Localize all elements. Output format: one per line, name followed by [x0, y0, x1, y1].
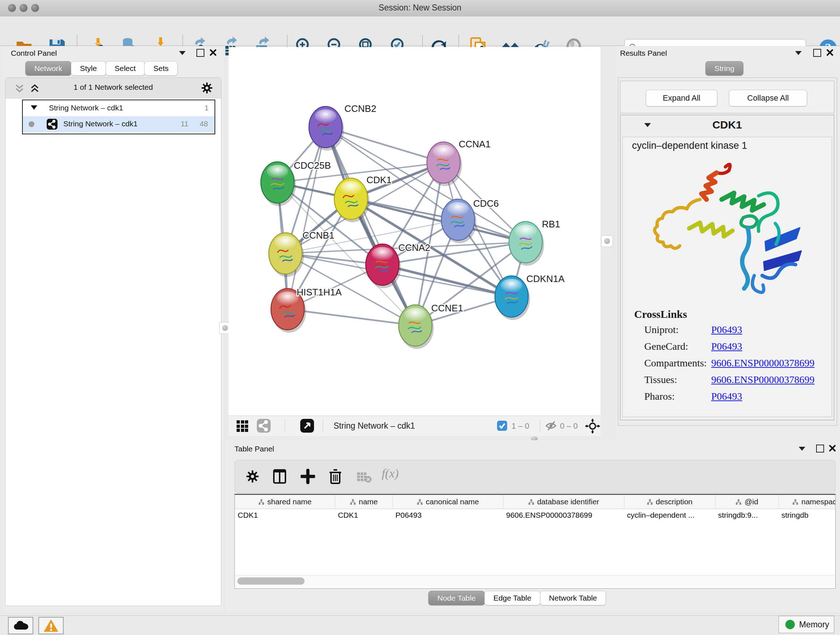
gear-icon[interactable]	[246, 470, 259, 483]
column-header-label: description	[656, 497, 693, 506]
network-edge-count: 48	[200, 119, 208, 128]
network-node-cdc25b[interactable]: CDC25B	[261, 160, 331, 206]
tab-string[interactable]: String	[706, 61, 744, 76]
show-columns-icon[interactable]	[272, 469, 287, 484]
collection-expand-icon[interactable]	[31, 105, 37, 110]
share-view-icon[interactable]	[257, 419, 271, 432]
network-node-ccnb1[interactable]: CCNB1	[269, 230, 334, 277]
column-type-icon	[258, 499, 264, 505]
network-canvas[interactable]: CCNB2CCNA1CDC25BCDK1CDC6RB1CCNB1CCNA2CDK…	[229, 47, 600, 416]
delete-table-icon[interactable]	[356, 471, 372, 483]
column-type-icon	[792, 499, 798, 505]
column-type-icon	[647, 499, 653, 505]
panel-float-icon[interactable]	[816, 445, 824, 453]
tab-edge-table[interactable]: Edge Table	[485, 591, 540, 605]
column-header-label: namespace	[801, 497, 836, 506]
panel-menu-caret-icon[interactable]	[179, 51, 186, 55]
tab-select[interactable]: Select	[106, 61, 145, 76]
right-splitter-handle[interactable]	[601, 235, 613, 247]
table-cell: P06493	[393, 511, 503, 523]
network-node-count: 11	[180, 119, 188, 128]
panel-menu-caret-icon[interactable]	[799, 447, 805, 451]
function-builder-icon[interactable]: f(x)	[382, 467, 399, 480]
column-header-description[interactable]: description	[624, 495, 715, 509]
main-toolbar: ?	[0, 16, 840, 46]
tab-sets[interactable]: Sets	[144, 61, 178, 76]
column-header-canonical-name[interactable]: canonical name	[393, 495, 504, 509]
network-node-ccna2[interactable]: CCNA2	[366, 242, 430, 288]
tab-style[interactable]: Style	[71, 61, 106, 76]
network-edge[interactable]	[287, 309, 415, 325]
tab-network[interactable]: Network	[25, 61, 71, 76]
node-label: CCNE1	[431, 302, 463, 314]
column-header-name[interactable]: name	[335, 495, 393, 509]
network-node-ccna1[interactable]: CCNA1	[427, 139, 491, 186]
tab-node-table[interactable]: Node Table	[428, 591, 485, 605]
column-header-label: shared name	[267, 497, 312, 506]
grid-view-icon[interactable]	[237, 420, 248, 432]
protein-description: cyclin–dependent kinase 1	[632, 140, 747, 151]
column-header-database-identifier[interactable]: database identifier	[503, 495, 624, 509]
crosslink-label: Pharos:	[644, 391, 675, 402]
panel-float-icon[interactable]	[813, 49, 821, 57]
table-panel-title: Table Panel	[234, 445, 274, 453]
tab-network-table[interactable]: Network Table	[540, 591, 606, 605]
panel-menu-caret-icon[interactable]	[795, 51, 802, 55]
table-panel: Table Panel f(x) shared namena	[225, 440, 840, 613]
hidden-eye-icon[interactable]	[545, 420, 557, 431]
panel-close-icon[interactable]	[209, 49, 217, 57]
protein-structure-image	[635, 156, 819, 301]
network-list: String Network – cdk1 1 String Network –…	[22, 100, 215, 134]
column-header-shared-name[interactable]: shared name	[235, 495, 335, 509]
node-label: CCNA2	[398, 242, 430, 253]
table-cell: stringdb:9...	[715, 511, 778, 523]
node-label: CDK1	[366, 174, 392, 185]
panel-close-icon[interactable]	[826, 49, 834, 57]
network-node-ccne1[interactable]: CCNE1	[399, 302, 463, 349]
column-type-icon	[417, 499, 423, 505]
expand-all-button[interactable]: Expand All	[646, 90, 717, 106]
network-collection-row[interactable]: String Network – cdk1 1	[23, 100, 215, 116]
crosslink-label: Uniprot:	[644, 324, 679, 336]
warning-status-button[interactable]	[38, 617, 64, 634]
network-list-toolbar: 1 of 1 Network selected	[5, 78, 221, 98]
crosslink-link[interactable]: P06493	[711, 324, 742, 336]
crosslink-link[interactable]: 9606.ENSP00000378699	[711, 374, 814, 386]
crosslink-link[interactable]: P06493	[711, 340, 742, 352]
network-node-cdkn1a[interactable]: CDKN1A	[495, 273, 565, 320]
network-edge[interactable]	[287, 127, 325, 309]
memory-status-dot	[785, 620, 795, 629]
scrollbar-thumb[interactable]	[237, 578, 305, 585]
memory-label: Memory	[799, 620, 829, 630]
cloud-status-button[interactable]	[8, 617, 33, 634]
fit-selected-crosshair-icon[interactable]	[585, 418, 600, 434]
panel-float-icon[interactable]	[196, 49, 204, 57]
crosslink-link[interactable]: P06493	[711, 391, 742, 402]
panel-close-icon[interactable]	[829, 444, 836, 452]
node-label: CCNB1	[302, 230, 334, 241]
table-cell: 9606.ENSP00000378699	[503, 511, 624, 523]
network-node-cdc6[interactable]: CDC6	[441, 198, 499, 243]
selected-checkbox-icon[interactable]	[497, 421, 507, 431]
network-row-selected[interactable]: String Network – cdk1 11 48	[23, 116, 215, 132]
create-column-plus-icon[interactable]	[301, 469, 315, 484]
network-node-rb1[interactable]: RB1	[509, 219, 561, 266]
column-header-namespace[interactable]: namespace	[778, 495, 836, 509]
crosslink-link[interactable]: 9606.ENSP00000378699	[711, 357, 814, 369]
collapse-all-button[interactable]: Collapse All	[729, 90, 807, 106]
network-node-hist1h1a[interactable]: HIST1H1A	[271, 287, 342, 333]
node-table[interactable]: shared namenamecanonical namedatabase id…	[234, 494, 836, 589]
memory-button[interactable]: Memory	[778, 616, 834, 633]
delete-column-trash-icon[interactable]	[328, 468, 343, 485]
horizontal-scrollbar[interactable]	[235, 575, 834, 586]
network-tab-content: 1 of 1 Network selected String Network –…	[5, 78, 221, 606]
network-node-ccnb2[interactable]: CCNB2	[309, 103, 376, 150]
column-header-@id[interactable]: @id	[715, 495, 779, 509]
network-node-cdk1[interactable]: CDK1	[334, 174, 392, 222]
table-cell: stringdb	[778, 511, 836, 523]
gear-icon[interactable]	[201, 82, 213, 94]
table-tabbar: Node TableEdge TableNetwork Table	[428, 591, 606, 605]
birds-eye-view-icon[interactable]	[300, 419, 314, 432]
results-tabbar: String	[706, 61, 743, 76]
cdk1-section: CDK1 cyclin–dependent kinase 1	[620, 115, 834, 420]
